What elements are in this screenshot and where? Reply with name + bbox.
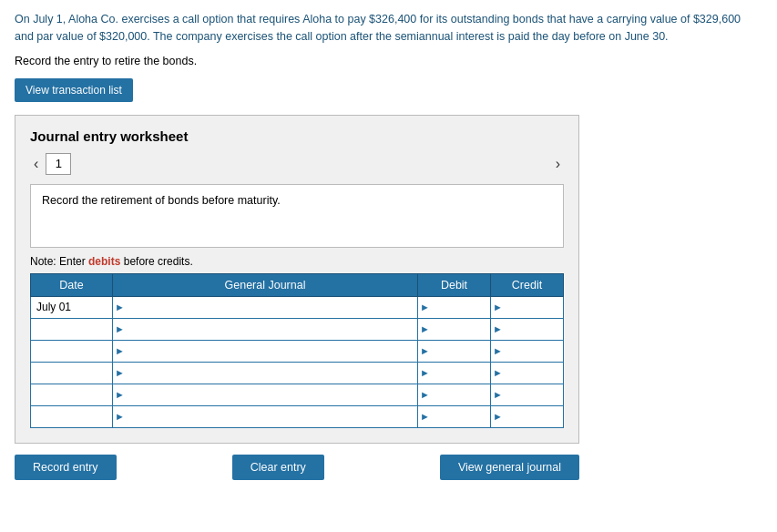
debit-cell-6[interactable]: ► (418, 405, 491, 427)
journal-cell-2[interactable]: ► (113, 318, 418, 340)
clear-entry-button[interactable]: Clear entry (232, 455, 324, 480)
journal-cell-3[interactable]: ► (113, 340, 418, 362)
record-entry-button[interactable]: Record entry (15, 455, 117, 480)
table-row: ► ► ► (31, 340, 564, 362)
date-cell-6 (31, 405, 113, 427)
debit-word: debits (88, 255, 120, 268)
credit-cell-5[interactable]: ► (491, 384, 564, 405)
date-cell-1: July 01 (31, 296, 113, 318)
credit-cell-6[interactable]: ► (491, 405, 564, 427)
debit-input-1[interactable] (431, 301, 485, 313)
journal-cell-4[interactable]: ► (113, 362, 418, 384)
table-row: ► ► ► (31, 405, 564, 427)
credit-cell-1[interactable]: ► (491, 296, 564, 318)
bottom-buttons-row: Record entry Clear entry View general jo… (15, 455, 579, 480)
nav-row: ‹ 1 › (30, 153, 564, 175)
journal-cell-5[interactable]: ► (113, 384, 418, 405)
next-page-button[interactable]: › (552, 156, 564, 172)
debit-cell-4[interactable]: ► (418, 362, 491, 384)
description-box: Record the retirement of bonds before ma… (30, 184, 564, 248)
journal-cell-6[interactable]: ► (113, 405, 418, 427)
journal-input-6[interactable] (126, 410, 412, 423)
col-header-date: Date (31, 273, 113, 296)
table-row: ► ► ► (31, 318, 564, 340)
debit-input-2[interactable] (431, 322, 485, 335)
credit-input-6[interactable] (504, 410, 557, 423)
prev-page-button[interactable]: ‹ (30, 156, 42, 172)
note-text: Note: Enter debits before credits. (30, 255, 564, 268)
debit-cell-5[interactable]: ► (418, 384, 491, 405)
credit-cell-4[interactable]: ► (491, 362, 564, 384)
journal-input-3[interactable] (126, 344, 412, 357)
journal-table: Date General Journal Debit Credit July 0… (30, 273, 564, 428)
journal-input-4[interactable] (126, 366, 412, 379)
journal-input-5[interactable] (126, 388, 412, 401)
journal-cell-1[interactable]: ► (113, 296, 418, 318)
journal-input-1[interactable] (126, 301, 412, 313)
date-cell-2 (31, 318, 113, 340)
date-cell-4 (31, 362, 113, 384)
col-header-journal: General Journal (113, 273, 418, 296)
credit-input-5[interactable] (504, 388, 557, 401)
debit-cell-1[interactable]: ► (418, 296, 491, 318)
debit-cell-3[interactable]: ► (418, 340, 491, 362)
credit-input-3[interactable] (504, 344, 557, 357)
debit-cell-2[interactable]: ► (418, 318, 491, 340)
credit-input-2[interactable] (504, 322, 557, 335)
col-header-credit: Credit (491, 273, 564, 296)
col-header-debit: Debit (418, 273, 491, 296)
date-cell-5 (31, 384, 113, 405)
debit-input-3[interactable] (431, 344, 485, 357)
view-general-journal-button[interactable]: View general journal (440, 455, 579, 480)
credit-input-4[interactable] (504, 366, 557, 379)
table-row: July 01 ► ► ► (31, 296, 564, 318)
table-row: ► ► ► (31, 362, 564, 384)
view-transaction-button[interactable]: View transaction list (15, 78, 133, 102)
debit-input-4[interactable] (431, 366, 485, 379)
table-row: ► ► ► (31, 384, 564, 405)
journal-input-2[interactable] (126, 322, 412, 335)
debit-input-5[interactable] (431, 388, 485, 401)
worksheet-title: Journal entry worksheet (30, 128, 564, 144)
instruction-text: Record the entry to retire the bonds. (15, 55, 762, 67)
credit-cell-2[interactable]: ► (491, 318, 564, 340)
intro-paragraph: On July 1, Aloha Co. exercises a call op… (15, 11, 762, 46)
credit-input-1[interactable] (504, 301, 557, 313)
page-number: 1 (46, 153, 71, 175)
date-cell-3 (31, 340, 113, 362)
worksheet-container: Journal entry worksheet ‹ 1 › Record the… (15, 115, 579, 444)
debit-input-6[interactable] (431, 410, 485, 423)
credit-cell-3[interactable]: ► (491, 340, 564, 362)
